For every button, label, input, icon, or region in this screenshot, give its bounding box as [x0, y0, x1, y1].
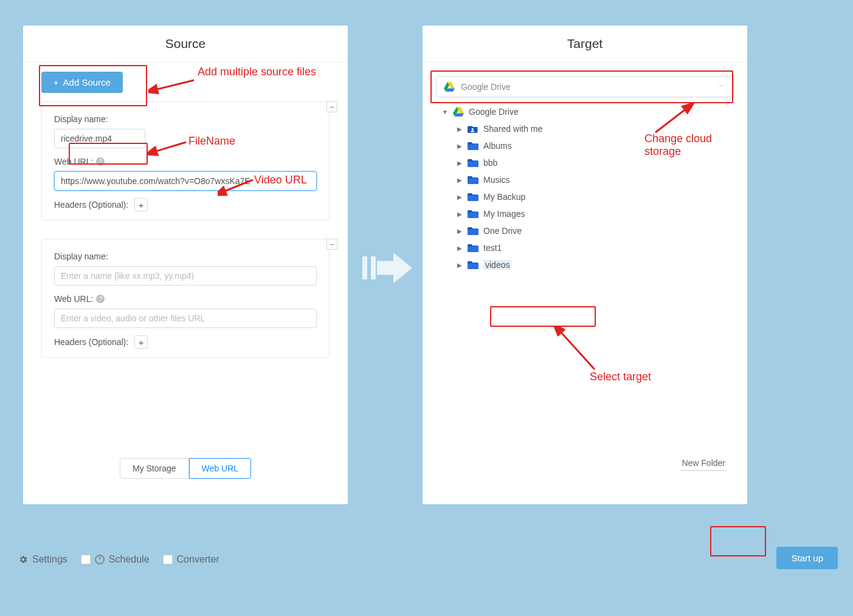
folder-icon — [468, 261, 478, 269]
annotation-text: Add multiple source files — [198, 66, 316, 78]
expander-icon[interactable]: ▶ — [457, 177, 463, 183]
gdrive-icon — [444, 82, 455, 92]
weburl-label: Web URL: ? — [54, 294, 317, 304]
folder-icon — [468, 159, 478, 167]
tree-root[interactable]: ▼ Google Drive — [440, 103, 730, 120]
expander-icon[interactable]: ▼ — [442, 109, 448, 115]
tree-label: bbb — [483, 158, 497, 168]
expander-icon[interactable]: ▶ — [457, 126, 463, 132]
folder-icon — [468, 227, 478, 235]
target-service-label: Google Drive — [461, 82, 511, 92]
add-header-button[interactable]: + — [134, 335, 148, 349]
tab-my-storage[interactable]: My Storage — [120, 458, 189, 479]
svg-rect-13 — [468, 247, 478, 252]
annotation-text: FileName — [188, 135, 235, 148]
folder-icon — [468, 210, 478, 218]
start-up-button[interactable]: Start up — [776, 547, 838, 569]
expander-icon[interactable]: ▶ — [457, 160, 463, 166]
collapse-button[interactable]: − — [326, 239, 337, 250]
expander-icon[interactable]: ▶ — [457, 194, 463, 200]
target-title: Target — [423, 26, 747, 63]
converter-toggle[interactable]: Converter — [163, 554, 219, 565]
folder-tree: ▼ Google Drive ▶ Shared with me ▶ Albums… — [440, 103, 730, 273]
annotation-text: Change cloud storage — [644, 132, 742, 158]
headers-label: Headers (Optional): — [54, 337, 128, 347]
svg-rect-12 — [468, 230, 478, 235]
tree-label: Musics — [483, 175, 510, 185]
tree-label: One Drive — [483, 226, 522, 236]
clock-icon — [95, 555, 105, 564]
weburl-label: Web URL: ? — [54, 157, 317, 166]
add-source-label: Add Source — [63, 77, 111, 87]
tree-label: Albums — [483, 141, 512, 151]
display-name-label: Display name: — [54, 252, 317, 261]
headers-label: Headers (Optional): — [54, 200, 128, 210]
annotation-box — [710, 526, 766, 556]
tree-item-selected[interactable]: ▶ videos — [440, 256, 730, 273]
shared-folder-icon — [468, 125, 478, 133]
gdrive-icon — [453, 107, 464, 117]
gear-icon — [18, 555, 28, 564]
annotation-text: Select target — [590, 371, 651, 383]
settings-button[interactable]: Settings — [18, 554, 67, 565]
folder-icon — [468, 176, 478, 184]
expander-icon[interactable]: ▶ — [457, 228, 463, 234]
schedule-label: Schedule — [109, 554, 150, 565]
help-icon[interactable]: ? — [96, 295, 105, 303]
tree-label: videos — [483, 260, 511, 270]
source-tabs: My Storage Web URL — [23, 458, 348, 479]
svg-rect-14 — [468, 264, 478, 269]
converter-label: Converter — [177, 554, 219, 565]
folder-icon — [468, 142, 478, 150]
source-title: Source — [23, 26, 348, 63]
tree-label: My Images — [483, 209, 525, 219]
checkbox-icon[interactable] — [163, 555, 173, 564]
transfer-arrow-icon — [362, 252, 412, 284]
display-name-input[interactable] — [54, 129, 145, 148]
tree-label: My Backup — [483, 192, 525, 202]
tree-item[interactable]: ▶ test1 — [440, 239, 730, 256]
target-service-select[interactable]: Google Drive ﹀ — [436, 76, 734, 97]
svg-rect-10 — [468, 196, 478, 201]
tree-item[interactable]: ▶ One Drive — [440, 222, 730, 239]
new-folder-button[interactable]: New Folder — [680, 456, 727, 471]
help-icon[interactable]: ? — [96, 157, 105, 166]
weburl-input[interactable] — [54, 309, 317, 328]
svg-rect-11 — [468, 213, 478, 218]
chevron-down-icon: ﹀ — [719, 81, 726, 92]
expander-icon[interactable]: ▶ — [457, 211, 463, 217]
folder-icon — [468, 244, 478, 252]
footer-bar: Settings Schedule Converter — [18, 554, 835, 565]
settings-label: Settings — [32, 554, 67, 565]
svg-point-6 — [472, 128, 474, 130]
expander-icon[interactable]: ▶ — [457, 143, 463, 149]
target-panel: Target Google Drive ﹀ ▼ Google Drive ▶ S… — [423, 26, 747, 504]
tree-label: Google Drive — [469, 107, 519, 117]
tree-label: Shared with me — [483, 124, 542, 134]
add-source-button[interactable]: + Add Source — [41, 72, 123, 93]
annotation-text: Video URL — [254, 174, 307, 187]
tab-web-url[interactable]: Web URL — [189, 458, 251, 479]
source-card: − Display name: Web URL: ? Headers (Opti… — [41, 101, 330, 221]
display-name-input[interactable] — [54, 266, 317, 286]
svg-rect-8 — [468, 162, 478, 167]
checkbox-icon[interactable] — [81, 555, 91, 564]
tree-item[interactable]: ▶ Musics — [440, 171, 730, 188]
folder-icon — [468, 193, 478, 201]
source-panel: Source + Add Source − Display name: Web … — [23, 26, 348, 504]
svg-rect-7 — [468, 145, 478, 150]
tree-item[interactable]: ▶ My Images — [440, 205, 730, 222]
collapse-button[interactable]: − — [326, 101, 337, 112]
plus-icon: + — [54, 78, 58, 87]
svg-rect-9 — [468, 179, 478, 184]
source-card: − Display name: Web URL: ? Headers (Opti… — [41, 239, 330, 358]
tree-label: test1 — [483, 243, 502, 253]
tree-item[interactable]: ▶ My Backup — [440, 188, 730, 205]
expander-icon[interactable]: ▶ — [457, 262, 463, 269]
schedule-toggle[interactable]: Schedule — [81, 554, 150, 565]
add-header-button[interactable]: + — [134, 198, 148, 211]
display-name-label: Display name: — [54, 114, 317, 124]
expander-icon[interactable]: ▶ — [457, 245, 463, 252]
